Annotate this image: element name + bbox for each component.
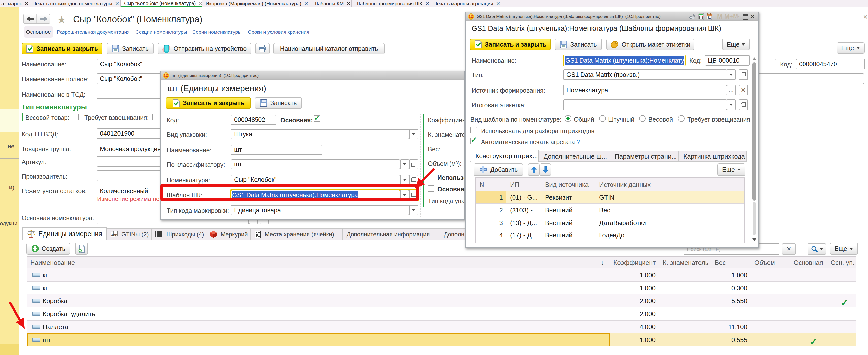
- svg-text:31: 31: [708, 16, 711, 19]
- svg-text:ABC: ABC: [111, 234, 117, 237]
